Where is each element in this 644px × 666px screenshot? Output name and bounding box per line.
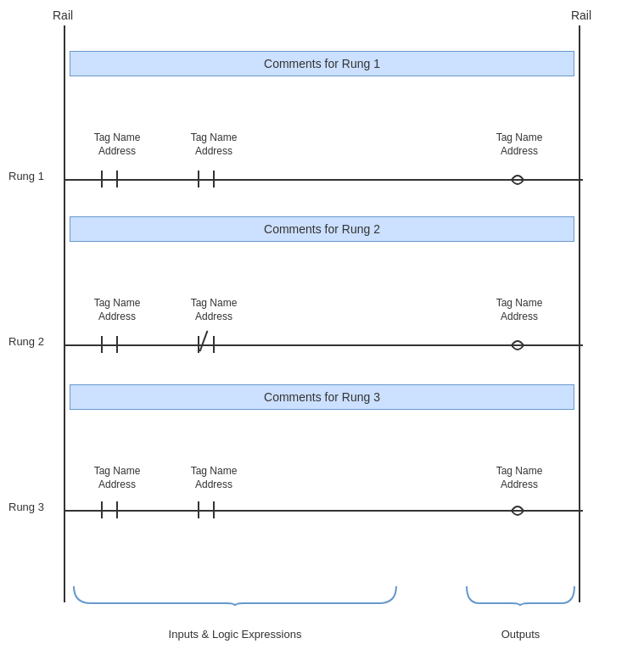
rung2-c1-bar-left: [101, 336, 103, 353]
rung1-label: Rung 1: [8, 170, 44, 182]
rung3-c1-bar-right: [116, 501, 118, 518]
rung3-label: Rung 3: [8, 501, 44, 513]
rung2-c2-bar-right: [213, 336, 215, 353]
left-rail-label: Rail: [53, 8, 73, 22]
ladder-diagram: Rail Rail Comments for Rung 1 Rung 1 Tag…: [0, 0, 644, 666]
rung3-comment: Comments for Rung 3: [70, 384, 574, 410]
rung3-output-label: Tag Name Address: [494, 465, 545, 491]
rung3-c1-bar-left: [101, 501, 103, 518]
rung3-contact1-label: Tag Name Address: [92, 465, 143, 491]
rung3-c2-bar-right: [213, 501, 215, 518]
rung1-contact2-label: Tag Name Address: [188, 132, 239, 158]
rung2-output-label: Tag Name Address: [494, 297, 545, 323]
inputs-label: Inputs & Logic Expressions: [65, 628, 405, 641]
rung1-c2-bar-right: [213, 171, 215, 187]
rung2-c1-bar-right: [116, 336, 118, 353]
rung3-coil: [505, 498, 530, 523]
outputs-brace: [458, 582, 583, 611]
right-rail-label: Rail: [571, 8, 591, 22]
rung1-coil: [505, 167, 530, 193]
rung2-contact1-label: Tag Name Address: [92, 297, 143, 323]
rung1-contact1-label: Tag Name Address: [92, 132, 143, 158]
rung1-c1-bar-left: [101, 171, 103, 187]
rung2-contact2-label: Tag Name Address: [188, 297, 239, 323]
rung2-coil: [505, 333, 530, 358]
rung3-contact2-label: Tag Name Address: [188, 465, 239, 491]
left-rail: [64, 25, 65, 602]
outputs-label: Outputs: [458, 628, 583, 641]
rung1-comment: Comments for Rung 1: [70, 51, 574, 76]
rung2-label: Rung 2: [8, 335, 44, 348]
rung2-comment: Comments for Rung 2: [70, 216, 574, 242]
rung3-c2-bar-left: [198, 501, 199, 518]
rung1-c1-bar-right: [116, 171, 118, 187]
rung1-c2-bar-left: [198, 171, 199, 187]
inputs-brace: [65, 582, 405, 611]
right-rail: [579, 25, 580, 602]
rung2-c2-slash: [199, 330, 209, 351]
rung1-output-label: Tag Name Address: [494, 132, 545, 158]
